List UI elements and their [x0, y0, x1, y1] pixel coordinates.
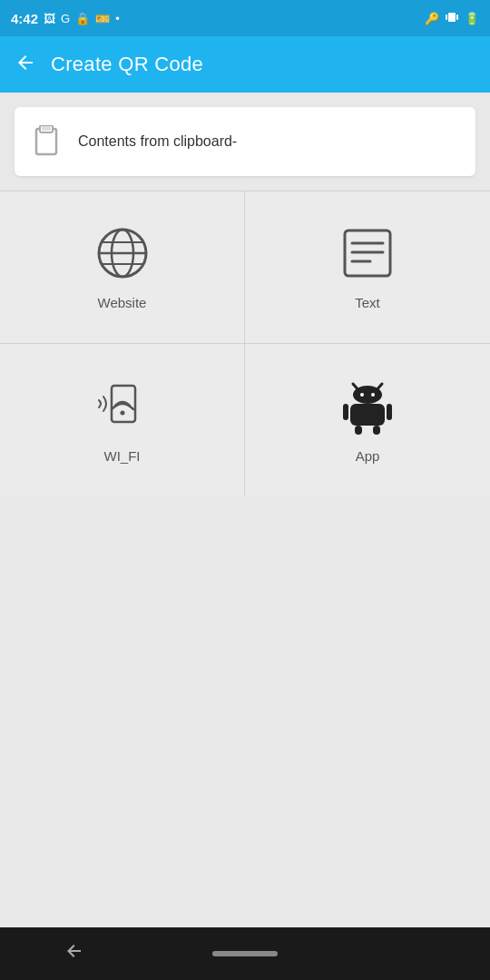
clipboard-icon	[29, 123, 65, 160]
battery-icon: 🔋	[465, 12, 479, 25]
svg-rect-5	[42, 126, 51, 131]
top-bar: Create QR Code	[0, 36, 490, 93]
back-button[interactable]	[15, 52, 36, 77]
clipboard-text: Contents from clipboard-	[78, 133, 237, 150]
svg-rect-26	[373, 426, 380, 435]
svg-rect-0	[448, 13, 456, 22]
bottom-nav-bar	[0, 927, 490, 980]
svg-point-16	[120, 410, 124, 415]
nav-back-button[interactable]	[64, 941, 84, 966]
wifi-cell[interactable]: WI_FI	[0, 344, 245, 496]
key-icon: 🔑	[425, 12, 439, 25]
wifi-icon	[93, 377, 152, 436]
website-label: Website	[98, 295, 147, 310]
page-title: Create QR Code	[51, 53, 203, 76]
svg-point-20	[360, 393, 364, 397]
svg-rect-25	[355, 426, 362, 435]
app-cell[interactable]: App	[245, 344, 490, 496]
google-icon: G	[61, 12, 70, 25]
website-cell[interactable]: Website	[0, 191, 245, 344]
nav-home-pill[interactable]	[212, 951, 278, 956]
dot-icon: •	[115, 12, 120, 25]
text-cell[interactable]: Text	[245, 191, 490, 344]
lock-icon: 🔒	[75, 12, 90, 25]
grid-container: Website Text	[0, 191, 490, 496]
text-icon	[338, 224, 397, 282]
vibrate-icon	[445, 10, 459, 27]
status-time: 4:42	[11, 11, 38, 26]
text-label: Text	[355, 295, 380, 310]
wifi-label: WI_FI	[104, 448, 141, 464]
svg-rect-24	[387, 404, 392, 420]
clipboard-row[interactable]: Contents from clipboard-	[15, 107, 475, 176]
status-bar: 4:42 🖼 G 🔒 🎫 • 🔑 🔋	[0, 0, 490, 36]
svg-point-21	[371, 393, 375, 397]
status-bar-right: 🔑 🔋	[425, 10, 479, 27]
svg-rect-22	[350, 404, 385, 426]
svg-rect-2	[456, 15, 458, 20]
ticket-icon: 🎫	[95, 12, 110, 25]
svg-rect-23	[343, 404, 348, 420]
svg-rect-1	[446, 15, 447, 20]
status-bar-left: 4:42 🖼 G 🔒 🎫 •	[11, 11, 120, 26]
gallery-icon: 🖼	[44, 12, 55, 25]
app-label: App	[356, 448, 380, 464]
app-icon	[338, 377, 397, 436]
website-icon	[93, 224, 152, 282]
svg-point-19	[353, 386, 382, 404]
